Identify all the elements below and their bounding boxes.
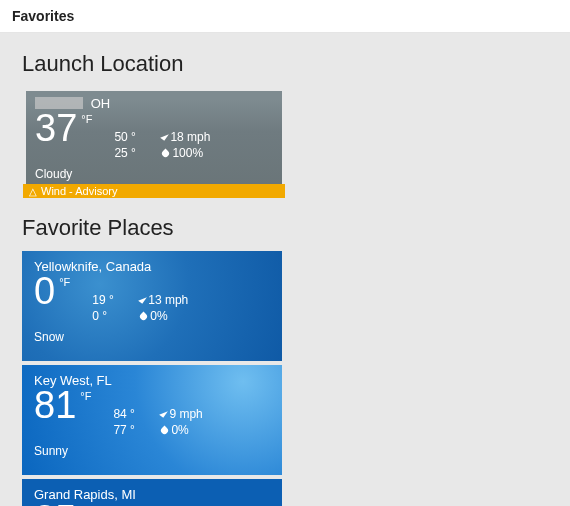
favorite-tile[interactable]: Key West, FL 81 °F 84 ° 77 ° 9 mph 0% Su… bbox=[22, 365, 282, 475]
weather-row: 81 °F 84 ° 77 ° 9 mph 0% bbox=[34, 386, 270, 438]
temp-value: 37 bbox=[35, 109, 77, 147]
low-value: 0 ° bbox=[92, 308, 140, 324]
weather-row: 37 °F 50 ° 25 ° 18 mph 100% bbox=[35, 109, 273, 161]
humidity-row: 0% bbox=[140, 308, 218, 324]
wind-icon bbox=[161, 131, 170, 140]
wind-row: 9 mph bbox=[161, 406, 239, 422]
wind-row: 18 mph bbox=[162, 129, 240, 145]
high-value: 84 ° bbox=[113, 406, 161, 422]
humidity-icon bbox=[139, 312, 149, 322]
wind-icon bbox=[160, 408, 169, 417]
high-value: 50 ° bbox=[114, 129, 162, 145]
condition-label: Sunny bbox=[34, 444, 270, 458]
section-launch-title: Launch Location bbox=[22, 51, 548, 77]
favorites-grid: Yellowknife, Canada 0 °F 19 ° 0 ° 13 mph… bbox=[22, 251, 548, 506]
humidity-icon bbox=[161, 149, 171, 159]
location-state: OH bbox=[91, 96, 111, 111]
condition-label: Snow bbox=[34, 330, 270, 344]
humidity-row: 100% bbox=[162, 145, 240, 161]
temp-value: 81 bbox=[34, 386, 76, 424]
humidity-icon bbox=[160, 426, 170, 436]
high-low: 19 ° 0 ° bbox=[92, 292, 140, 324]
temp-value: 35 bbox=[34, 500, 76, 506]
temp-unit: °F bbox=[59, 276, 70, 288]
redacted-city bbox=[35, 97, 83, 109]
section-favorites-title: Favorite Places bbox=[22, 215, 548, 241]
wind-icon bbox=[138, 294, 147, 303]
favorite-tile[interactable]: Grand Rapids, MI 35 °F 43 ° 29 ° 18 mph … bbox=[22, 479, 282, 506]
wind-humidity: 18 mph 100% bbox=[162, 129, 240, 161]
wind-humidity: 9 mph 0% bbox=[161, 406, 239, 438]
advisory-banner: △ Wind - Advisory bbox=[23, 184, 285, 198]
advisory-text: Wind - Advisory bbox=[41, 185, 117, 197]
temp-unit: °F bbox=[81, 113, 92, 125]
humidity-row: 0% bbox=[161, 422, 239, 438]
weather-row: 0 °F 19 ° 0 ° 13 mph 0% bbox=[34, 272, 270, 324]
condition-label: Cloudy bbox=[35, 167, 273, 181]
weather-row: 35 °F 43 ° 29 ° 18 mph 100% bbox=[34, 500, 270, 506]
high-low: 84 ° 77 ° bbox=[113, 406, 161, 438]
temp-value: 0 bbox=[34, 272, 55, 310]
launch-location-tile[interactable]: OH 37 °F 50 ° 25 ° 18 mph 100% Cloudy △ … bbox=[22, 87, 286, 199]
wind-humidity: 13 mph 0% bbox=[140, 292, 218, 324]
warning-icon: △ bbox=[29, 186, 37, 197]
temp-unit: °F bbox=[80, 390, 91, 402]
high-value: 19 ° bbox=[92, 292, 140, 308]
favorite-tile[interactable]: Yellowknife, Canada 0 °F 19 ° 0 ° 13 mph… bbox=[22, 251, 282, 361]
page-body: Launch Location OH 37 °F 50 ° 25 ° 18 mp… bbox=[0, 33, 570, 506]
page-title: Favorites bbox=[0, 0, 570, 33]
high-low: 50 ° 25 ° bbox=[114, 129, 162, 161]
low-value: 77 ° bbox=[113, 422, 161, 438]
low-value: 25 ° bbox=[114, 145, 162, 161]
wind-row: 13 mph bbox=[140, 292, 218, 308]
